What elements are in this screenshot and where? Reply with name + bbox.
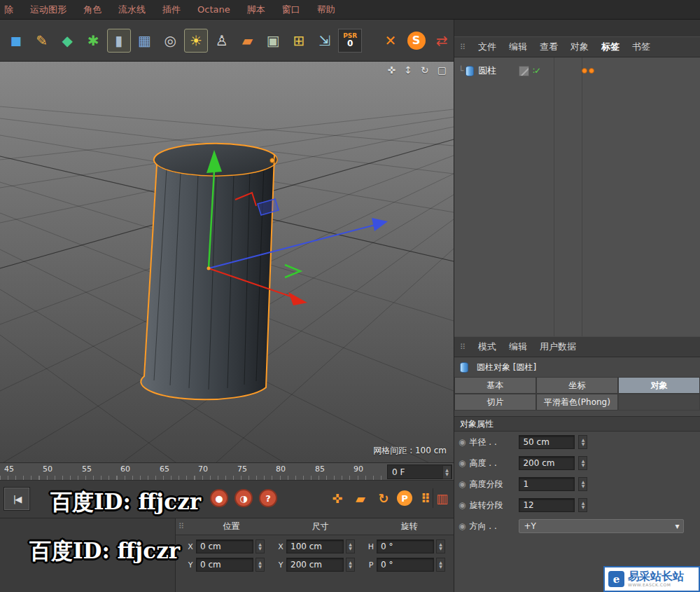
cylinder-object-icon[interactable] <box>465 66 474 76</box>
record-key-button[interactable]: ● <box>210 489 228 507</box>
om-menu-file[interactable]: 文件 <box>478 41 496 53</box>
size-y-field[interactable]: 200 cm <box>286 558 344 572</box>
position-y-field[interactable]: 0 cm <box>196 558 253 572</box>
gizmo-origin[interactable] <box>207 267 211 270</box>
om-menu-object[interactable]: 对象 <box>570 41 589 53</box>
editor-visibility-icon[interactable] <box>519 66 529 76</box>
tab-coordinates[interactable]: 坐标 <box>536 377 618 394</box>
autokey-button[interactable]: ◑ <box>234 489 253 507</box>
property-radio-icon[interactable]: ◉ <box>458 521 465 531</box>
timeline-ruler[interactable]: 45 50 55 60 65 70 75 80 85 90 0 F ▲▼ <box>0 462 454 481</box>
camera-tool-icon[interactable]: ◎ <box>158 29 182 53</box>
section-object-properties[interactable]: 对象属性 <box>454 416 700 432</box>
menu-item-octane[interactable]: Octane <box>197 4 230 15</box>
menu-item-plugins[interactable]: 插件 <box>162 4 181 16</box>
menu-item-mograph[interactable]: 运动图形 <box>30 4 66 16</box>
height-stepper[interactable]: ▲▼ <box>578 456 587 470</box>
zoom-icon[interactable]: ↕ <box>404 64 412 76</box>
enable-check-icon[interactable]: ∶✓ <box>533 66 540 76</box>
picture-viewer-icon[interactable]: ▣ <box>261 29 285 53</box>
panel-grip-icon[interactable]: ⠿ <box>460 343 465 352</box>
object-name-label[interactable]: 圆柱 <box>478 64 496 77</box>
knife-tool-icon[interactable]: ✎ <box>30 29 54 53</box>
rotation-segments-stepper[interactable]: ▲▼ <box>578 498 587 512</box>
size-y-stepper[interactable]: ▲▼ <box>346 558 355 572</box>
viewport[interactable]: ✜ ↕ ↻ ▢ 网格间距 : 100 cm <box>0 62 454 462</box>
xyz-axis-icon[interactable]: ⊞ <box>287 29 311 53</box>
om-menu-bookmark[interactable]: 书签 <box>632 41 650 53</box>
menu-item-pipeline[interactable]: 流水线 <box>118 4 146 16</box>
orientation-dropdown[interactable]: +Y ▾ <box>519 519 684 533</box>
height-field[interactable]: 200 cm <box>519 456 575 470</box>
size-x-field[interactable]: 100 cm <box>286 539 344 553</box>
rotate-icon[interactable]: ↻ <box>421 64 429 76</box>
panel-grip-icon[interactable]: ⠿ <box>178 522 184 531</box>
panel-right-icon[interactable]: ▥ <box>433 488 451 508</box>
octane-s-icon[interactable]: S <box>405 29 428 53</box>
am-menu-userdata[interactable]: 用户数据 <box>540 340 576 353</box>
current-frame-field[interactable]: 0 F ▲▼ <box>387 464 452 479</box>
visibility-dots-icon[interactable] <box>582 68 594 74</box>
rotate-snap-icon[interactable]: ↻ <box>374 488 393 508</box>
rotation-h-field[interactable]: 0 ° <box>377 539 434 553</box>
vertex-handle[interactable] <box>270 158 275 163</box>
radius-field[interactable]: 50 cm <box>519 435 575 449</box>
gear-tool-icon[interactable]: ✱ <box>81 29 105 53</box>
cube-tool-icon[interactable]: ◼ <box>4 29 28 53</box>
position-y-stepper[interactable]: ▲▼ <box>255 558 265 572</box>
move-snap-icon[interactable]: ✜ <box>328 488 347 508</box>
om-menu-tag[interactable]: 标签 <box>601 41 620 53</box>
panel-grip-icon[interactable]: ⠿ <box>460 43 465 52</box>
pan-icon[interactable]: ✜ <box>388 64 396 76</box>
am-menu-edit[interactable]: 编辑 <box>509 340 527 353</box>
property-radio-icon[interactable]: ◉ <box>458 458 465 468</box>
property-radio-icon[interactable]: ◉ <box>458 479 465 489</box>
object-tree[interactable]: └ 圆柱 ∶✓ <box>454 57 700 336</box>
am-menu-mode[interactable]: 模式 <box>478 340 496 353</box>
menu-item-partial[interactable]: 除 <box>4 4 13 16</box>
psr-tool-icon[interactable]: PSR 0 <box>338 29 362 53</box>
object-row-cylinder[interactable]: └ 圆柱 ∶✓ <box>454 62 700 80</box>
position-x-field[interactable]: 0 cm <box>196 539 253 553</box>
tab-basic[interactable]: 基本 <box>454 377 536 394</box>
quantize-icon[interactable]: ▰ <box>351 488 370 508</box>
light-tool-icon[interactable]: ☀ <box>184 29 208 53</box>
gem-tool-icon[interactable]: ◆ <box>55 29 79 53</box>
menu-item-character[interactable]: 角色 <box>83 4 102 16</box>
maximize-icon[interactable]: ▢ <box>438 64 447 76</box>
property-radio-icon[interactable]: ◉ <box>458 437 465 447</box>
workplane-icon[interactable]: P <box>397 490 412 506</box>
polygon-tool-icon[interactable]: ▰ <box>236 29 260 53</box>
size-x-stepper[interactable]: ▲▼ <box>346 539 355 553</box>
swap-arrows-icon[interactable]: ✕ <box>379 29 402 53</box>
height-segments-field[interactable]: 1 <box>519 477 575 491</box>
rotation-p-stepper[interactable]: ▲▼ <box>436 558 445 572</box>
go-to-start-button[interactable]: |◀ <box>4 488 29 510</box>
help-button[interactable]: ? <box>259 489 277 507</box>
tab-slice[interactable]: 切片 <box>454 394 536 411</box>
rotation-h-stepper[interactable]: ▲▼ <box>436 539 445 553</box>
viewport-scene[interactable] <box>0 62 454 462</box>
om-menu-edit[interactable]: 编辑 <box>509 41 527 53</box>
transfer-arrows-icon[interactable]: ⇄ <box>430 29 454 53</box>
rotation-segments-field[interactable]: 12 <box>519 498 575 512</box>
position-x-stepper[interactable]: ▲▼ <box>255 539 265 553</box>
menu-item-script[interactable]: 脚本 <box>247 4 265 16</box>
tab-phong[interactable]: 平滑着色(Phong) <box>536 394 618 411</box>
frame-stepper[interactable]: ▲▼ <box>442 465 451 479</box>
capsule-tool-icon[interactable]: ▮ <box>107 29 131 53</box>
scale-axis-icon[interactable]: ⇲ <box>313 29 337 53</box>
menu-item-window[interactable]: 窗口 <box>282 4 300 16</box>
rotation-header: 旋转 <box>365 521 454 532</box>
cylinder-object[interactable] <box>141 144 277 399</box>
menu-item-help[interactable]: 帮助 <box>317 4 335 16</box>
character-tool-icon[interactable]: ♙ <box>210 29 234 53</box>
array-tool-icon[interactable]: ▦ <box>133 29 157 53</box>
rotation-p-field[interactable]: 0 ° <box>377 558 434 572</box>
height-segments-stepper[interactable]: ▲▼ <box>578 477 587 491</box>
psr-value: 0 <box>347 39 353 48</box>
tab-object[interactable]: 对象 <box>618 377 700 394</box>
property-radio-icon[interactable]: ◉ <box>458 500 465 510</box>
om-menu-view[interactable]: 查看 <box>540 41 558 53</box>
radius-stepper[interactable]: ▲▼ <box>578 435 587 449</box>
